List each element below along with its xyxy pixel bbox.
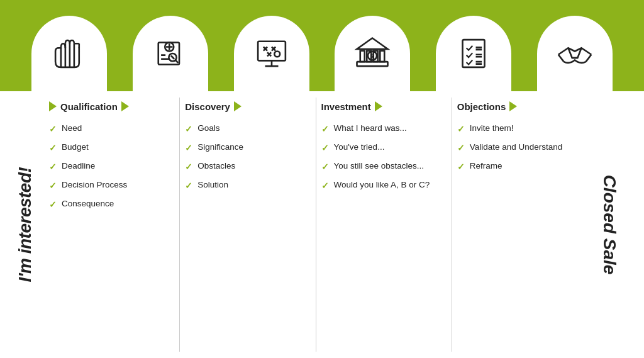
arch-circle-research <box>133 16 208 91</box>
column-title-objections: Objections <box>457 101 506 112</box>
arrow-qualification-right <box>121 101 129 111</box>
arrow-objections-right <box>509 101 517 111</box>
list-item: ✓ Deadline <box>49 160 174 173</box>
research-icon <box>148 31 192 76</box>
column-header-objections: Objections <box>457 98 582 115</box>
column-title-investment: Investment <box>321 101 371 112</box>
checklist-icon <box>452 31 496 76</box>
checkmark-icon: ✓ <box>457 123 465 135</box>
interested-label: I'm interested! <box>15 167 35 282</box>
arch-circle-checklist <box>436 16 511 91</box>
checkmark-icon: ✓ <box>49 123 57 135</box>
content-area: I'm interested! Qualification ✓ Need ✓ <box>0 91 644 358</box>
arches-row: $ <box>0 0 644 91</box>
svg-marker-31 <box>357 38 388 50</box>
checkmark-icon: ✓ <box>49 180 57 192</box>
arch-strategy <box>234 16 309 91</box>
svg-text:$: $ <box>370 53 374 59</box>
svg-line-14 <box>175 60 178 63</box>
checkmark-icon: ✓ <box>49 142 57 154</box>
arrow-qualification <box>49 101 57 111</box>
checkmark-icon: ✓ <box>321 180 329 192</box>
list-item: ✓ Reframe <box>457 160 582 173</box>
svg-rect-16 <box>258 42 286 61</box>
column-investment: Investment ✓ What I heard was... ✓ You'v… <box>316 98 452 352</box>
column-objections: Objections ✓ Invite them! ✓ Validate and… <box>452 98 587 352</box>
column-header-investment: Investment <box>321 98 447 115</box>
list-item: ✓ Goals <box>185 123 310 135</box>
column-items-qualification: ✓ Need ✓ Budget ✓ Deadline ✓ Decision Pr… <box>49 123 174 210</box>
svg-rect-30 <box>380 51 385 62</box>
list-item: ✓ You've tried... <box>321 142 447 154</box>
arch-circle-hand <box>31 16 107 91</box>
checkmark-icon: ✓ <box>49 199 57 211</box>
svg-line-15 <box>171 56 174 59</box>
svg-rect-27 <box>360 51 365 62</box>
checkmark-icon: ✓ <box>457 142 465 154</box>
list-item: ✓ Need <box>49 123 174 135</box>
arch-circle-handshake <box>537 16 613 91</box>
list-item: ✓ Budget <box>49 142 174 154</box>
column-items-objections: ✓ Invite them! ✓ Validate and Understand… <box>457 123 582 173</box>
list-item: ✓ You still see obstacles... <box>321 160 447 173</box>
arch-hand <box>31 16 107 91</box>
checkmark-icon: ✓ <box>321 142 329 154</box>
hand-icon <box>47 31 91 76</box>
right-label-container: Closed Sale <box>587 98 631 352</box>
arch-circle-bank: $ <box>335 16 410 91</box>
list-item: ✓ Solution <box>185 179 310 192</box>
svg-point-25 <box>274 52 280 57</box>
column-title-qualification: Qualification <box>60 101 118 112</box>
checkmark-icon: ✓ <box>457 161 465 173</box>
closed-sale-label: Closed Sale <box>599 175 619 275</box>
main-container: $ <box>0 0 644 358</box>
arch-circle-strategy <box>234 16 309 91</box>
columns-wrapper: Qualification ✓ Need ✓ Budget ✓ Deadline <box>44 98 587 352</box>
list-item: ✓ Would you like A, B or C? <box>321 179 447 192</box>
left-label-container: I'm interested! <box>6 98 44 352</box>
checkmark-icon: ✓ <box>185 123 192 135</box>
arrow-investment-right <box>375 101 382 111</box>
checkmark-icon: ✓ <box>185 180 192 192</box>
arch-checklist <box>436 16 511 91</box>
list-item: ✓ Consequence <box>49 198 174 211</box>
handshake-icon <box>553 31 597 76</box>
bank-icon: $ <box>350 31 394 76</box>
arrow-discovery-right <box>234 101 242 111</box>
arch-bank: $ <box>335 16 410 91</box>
top-bar: $ <box>0 0 644 91</box>
list-item: ✓ Decision Process <box>49 179 174 192</box>
list-item: ✓ Invite them! <box>457 123 582 135</box>
arch-handshake <box>537 16 613 91</box>
column-items-investment: ✓ What I heard was... ✓ You've tried... … <box>321 123 447 192</box>
checkmark-icon: ✓ <box>49 161 57 173</box>
checkmark-icon: ✓ <box>321 123 329 135</box>
arch-research <box>133 16 208 91</box>
column-title-discovery: Discovery <box>185 101 230 112</box>
checkmark-icon: ✓ <box>321 161 329 173</box>
column-items-discovery: ✓ Goals ✓ Significance ✓ Obstacles ✓ Sol… <box>185 123 310 192</box>
column-qualification: Qualification ✓ Need ✓ Budget ✓ Deadline <box>44 98 180 352</box>
list-item: ✓ What I heard was... <box>321 123 447 135</box>
column-header-discovery: Discovery <box>185 98 310 115</box>
checkmark-icon: ✓ <box>185 161 192 173</box>
strategy-icon <box>250 31 294 76</box>
column-discovery: Discovery ✓ Goals ✓ Significance ✓ Obsta… <box>180 98 316 352</box>
checkmark-icon: ✓ <box>185 142 192 154</box>
column-header-qualification: Qualification <box>49 98 174 115</box>
list-item: ✓ Significance <box>185 142 310 154</box>
list-item: ✓ Validate and Understand <box>457 142 582 154</box>
list-item: ✓ Obstacles <box>185 160 310 173</box>
